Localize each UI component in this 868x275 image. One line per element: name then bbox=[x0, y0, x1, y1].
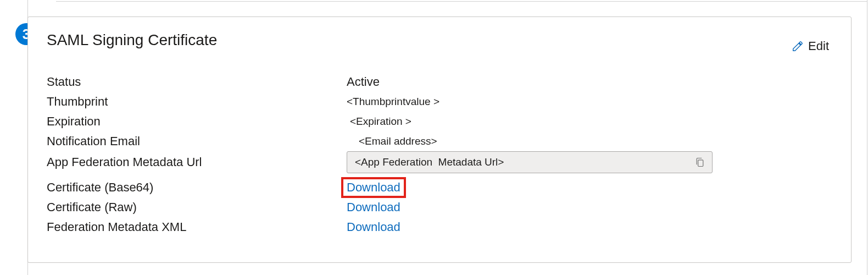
svg-rect-0 bbox=[698, 160, 703, 167]
row-thumbprint: Thumbprint <Thumbprintvalue > bbox=[47, 92, 832, 112]
label-cert-base64: Certificate (Base64) bbox=[47, 180, 347, 195]
download-cert-base64[interactable]: Download bbox=[343, 179, 404, 196]
field-rows: Status Active Thumbprint <Thumbprintvalu… bbox=[47, 72, 832, 237]
copy-icon bbox=[694, 156, 705, 168]
label-thumbprint: Thumbprint bbox=[47, 95, 347, 109]
download-cert-raw[interactable]: Download bbox=[347, 200, 400, 215]
card-header: SAML Signing Certificate Edit bbox=[47, 31, 832, 56]
label-status: Status bbox=[47, 75, 347, 89]
label-metadata-url: App Federation Metadata Url bbox=[47, 155, 347, 169]
label-fed-xml: Federation Metadata XML bbox=[47, 220, 347, 234]
metadata-url-field bbox=[347, 151, 713, 173]
label-cert-raw: Certificate (Raw) bbox=[47, 200, 347, 215]
value-thumbprint: <Thumbprintvalue > bbox=[347, 96, 439, 108]
row-cert-raw: Certificate (Raw) Download bbox=[47, 197, 832, 217]
copy-button[interactable] bbox=[693, 155, 706, 169]
edit-button[interactable]: Edit bbox=[788, 37, 832, 56]
previous-card-border bbox=[56, 1, 867, 2]
value-status: Active bbox=[347, 75, 380, 89]
right-border bbox=[867, 0, 867, 275]
card-title: SAML Signing Certificate bbox=[47, 31, 217, 49]
metadata-url-input[interactable] bbox=[355, 156, 693, 168]
pencil-icon bbox=[792, 40, 804, 52]
saml-signing-certificate-card: SAML Signing Certificate Edit Status Act… bbox=[27, 16, 852, 263]
row-expiration: Expiration <Expiration > bbox=[47, 112, 832, 131]
row-metadata-url: App Federation Metadata Url bbox=[47, 151, 832, 173]
value-notification-email: <Email address> bbox=[347, 135, 437, 147]
label-expiration: Expiration bbox=[47, 114, 347, 129]
row-status: Status Active bbox=[47, 72, 832, 92]
download-fed-xml[interactable]: Download bbox=[347, 220, 400, 234]
value-expiration: <Expiration > bbox=[347, 116, 411, 128]
edit-label: Edit bbox=[808, 39, 829, 53]
row-cert-base64: Certificate (Base64) Download bbox=[47, 178, 832, 197]
label-notification-email: Notification Email bbox=[47, 134, 347, 148]
row-fed-xml: Federation Metadata XML Download bbox=[47, 217, 832, 237]
row-notification-email: Notification Email <Email address> bbox=[47, 131, 832, 151]
